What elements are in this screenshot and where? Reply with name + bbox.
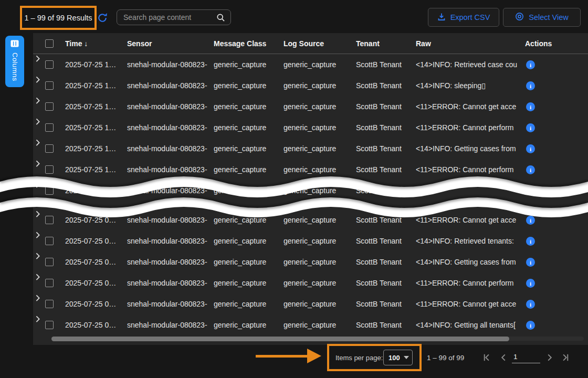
- expand-row-chevron-icon[interactable]: [33, 316, 42, 325]
- info-icon[interactable]: i: [526, 300, 535, 309]
- info-icon[interactable]: i: [526, 216, 535, 225]
- cell-raw: <11>ERROR: Cannot perform: [416, 165, 522, 174]
- cell-tenant: ScottB Tenant: [356, 81, 413, 90]
- expand-row-chevron-icon[interactable]: [33, 253, 42, 262]
- items-per-page-select[interactable]: 100: [383, 350, 413, 365]
- info-icon[interactable]: i: [526, 186, 535, 195]
- cell-time: 2025-07-25 0…: [65, 321, 124, 329]
- row-checkbox[interactable]: [45, 60, 54, 69]
- row-checkbox[interactable]: [45, 186, 54, 195]
- row-checkbox[interactable]: [45, 321, 54, 329]
- cell-sensor: snehal-modular-080823-: [127, 279, 211, 287]
- table-row: 2025-07-25 1…snehal-modular-080823-gener…: [33, 75, 588, 96]
- info-icon[interactable]: i: [526, 102, 535, 111]
- cell-sensor: snehal-modular-080823-: [127, 165, 211, 174]
- info-icon[interactable]: i: [526, 144, 535, 153]
- expand-row-chevron-icon[interactable]: [33, 182, 42, 191]
- table-row: 2025-07-25 1…snehal-modular-080823-gener…: [33, 138, 588, 159]
- annotation-box-results: 1 – 99 of 99 Results: [20, 6, 97, 30]
- search-input[interactable]: [117, 10, 230, 25]
- cell-log-source: generic_capture: [284, 165, 353, 174]
- cell-time: 2025-07-25 1…: [65, 186, 124, 195]
- info-icon[interactable]: i: [526, 258, 535, 267]
- row-checkbox[interactable]: [45, 300, 54, 308]
- info-icon[interactable]: i: [526, 123, 535, 132]
- header-tenant[interactable]: Tenant: [356, 39, 413, 48]
- row-checkbox[interactable]: [45, 165, 54, 174]
- select-view-button[interactable]: Select View: [503, 8, 581, 27]
- cell-message-class: generic_capture: [214, 300, 281, 308]
- expand-row-chevron-icon[interactable]: [33, 119, 42, 128]
- cell-raw: <11>ERROR: Cannot get acce: [416, 300, 522, 308]
- cell-raw: <11>ERROR: Cannot get acce: [416, 102, 522, 111]
- sort-descending-icon[interactable]: ↓: [84, 39, 88, 48]
- expand-row-chevron-icon[interactable]: [33, 77, 42, 86]
- row-checkbox[interactable]: [45, 258, 54, 266]
- header-sensor[interactable]: Sensor: [127, 39, 211, 48]
- previous-page-button[interactable]: [499, 353, 508, 362]
- next-page-button[interactable]: [545, 353, 554, 362]
- page-number-input[interactable]: [512, 351, 540, 363]
- row-checkbox[interactable]: [45, 81, 54, 90]
- expand-row-chevron-icon[interactable]: [33, 98, 42, 107]
- info-icon[interactable]: i: [526, 165, 535, 174]
- refresh-icon[interactable]: [98, 13, 107, 23]
- info-icon[interactable]: i: [526, 60, 535, 69]
- cell-tenant: ScottB Tenant: [356, 321, 413, 329]
- expand-row-chevron-icon[interactable]: [33, 161, 42, 170]
- columns-panel-tab[interactable]: Columns: [5, 36, 24, 87]
- info-icon[interactable]: i: [526, 237, 535, 246]
- row-checkbox[interactable]: [45, 144, 54, 153]
- cell-log-source: generic_capture: [284, 60, 353, 69]
- row-checkbox[interactable]: [45, 216, 54, 224]
- cell-log-source: generic_capture: [284, 186, 353, 195]
- cell-raw: <11>ERROR: Cannot perform: [416, 279, 522, 287]
- select-all-checkbox[interactable]: [45, 39, 54, 48]
- expand-row-chevron-icon[interactable]: [33, 140, 42, 149]
- info-icon[interactable]: i: [526, 81, 535, 90]
- header-raw[interactable]: Raw: [416, 39, 522, 48]
- cell-sensor: snehal-modular-080823-: [127, 81, 211, 90]
- header-message-class[interactable]: Message Class: [214, 39, 281, 48]
- cell-sensor: snehal-modular-080823-: [127, 102, 211, 111]
- cell-time: 2025-07-25 1…: [65, 165, 124, 174]
- cell-tenant: ScottB Tenant: [356, 300, 413, 308]
- cell-time: 2025-07-25 0…: [65, 258, 124, 266]
- items-per-page-label: Items per page:: [335, 354, 383, 362]
- horizontal-scrollbar-thumb[interactable]: [51, 337, 509, 341]
- cell-time: 2025-07-25 1…: [65, 123, 124, 132]
- first-page-button[interactable]: [482, 353, 491, 362]
- row-checkbox[interactable]: [45, 237, 54, 245]
- expand-row-chevron-icon[interactable]: [33, 56, 42, 65]
- export-csv-button[interactable]: Export CSV: [428, 8, 499, 27]
- expand-row-chevron-icon[interactable]: [33, 274, 42, 283]
- cell-time: 2025-07-25 0…: [65, 237, 124, 245]
- cell-sensor: snehal-modular-080823-: [127, 258, 211, 266]
- cell-sensor: snehal-modular-080823-: [127, 144, 211, 153]
- items-per-page-value: 100: [388, 354, 400, 362]
- info-icon[interactable]: i: [526, 321, 535, 330]
- expand-row-chevron-icon[interactable]: [33, 232, 42, 241]
- row-checkbox[interactable]: [45, 279, 54, 287]
- cell-sensor: snehal-modular-080823-: [127, 216, 211, 224]
- cell-log-source: generic_capture: [284, 102, 353, 111]
- header-actions: Actions: [525, 39, 562, 48]
- cell-time: 2025-07-25 0…: [65, 279, 124, 287]
- table-row: 2025-07-25 0…snehal-modular-080823-gener…: [33, 272, 588, 293]
- cell-time: 2025-07-25 1…: [65, 144, 124, 153]
- table-row: 2025-07-25 1…snehal-modular-080823-gener…: [33, 117, 588, 138]
- view-icon: [515, 12, 524, 23]
- results-summary: 1 – 99 of 99 Results: [25, 14, 92, 22]
- last-page-button[interactable]: [561, 353, 570, 362]
- expand-row-chevron-icon[interactable]: [33, 211, 42, 220]
- info-icon[interactable]: i: [526, 279, 535, 288]
- cell-message-class: generic_capture: [214, 321, 281, 329]
- expand-row-chevron-icon[interactable]: [33, 295, 42, 304]
- cell-tenant: ScottB Tenant: [356, 279, 413, 287]
- row-checkbox[interactable]: [45, 123, 54, 132]
- header-time[interactable]: Time: [65, 39, 82, 48]
- cell-raw: <14>INFO: sleeping▯: [416, 81, 522, 90]
- table-row: 2025-07-25 1…snehal-modular-080823-gener…: [33, 54, 588, 75]
- header-log-source[interactable]: Log Source: [284, 39, 353, 48]
- row-checkbox[interactable]: [45, 102, 54, 111]
